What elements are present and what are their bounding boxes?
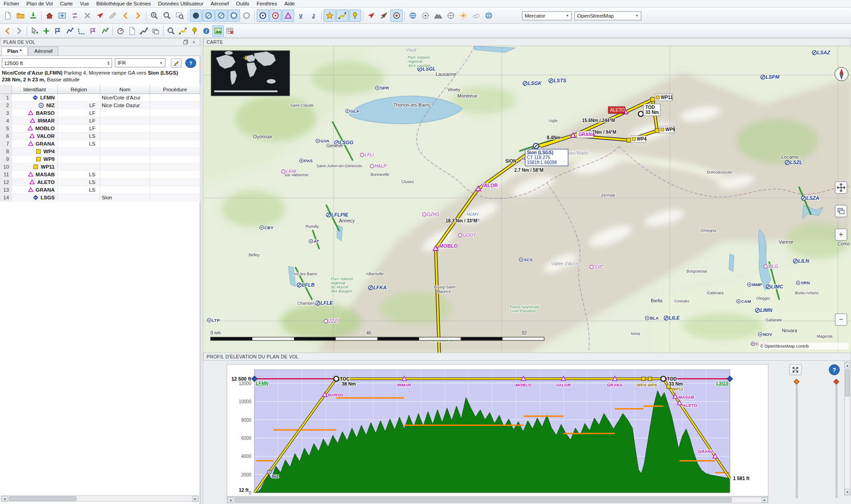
map-label[interactable]: Locarno (781, 154, 799, 160)
new-flight-plan-button[interactable] (2, 9, 14, 22)
map-label[interactable]: Busto Arsizio (795, 291, 818, 295)
toggle-ndb-button[interactable] (269, 9, 282, 22)
toggle-highlights-button[interactable] (324, 9, 336, 22)
menu-vue[interactable]: Vue (76, 0, 93, 7)
map-label[interactable]: LILN (798, 258, 809, 264)
zoom-in-button[interactable] (148, 9, 160, 22)
map-label[interactable]: Annecy (339, 218, 355, 223)
vor-icon[interactable] (300, 159, 303, 163)
map-zoom-out-button[interactable]: − (835, 314, 847, 325)
menu-donnees-utilisateur[interactable]: Données Utilisateur (155, 0, 207, 7)
toggle-airports-empty-button[interactable] (215, 9, 227, 22)
airport-minor-icon[interactable] (360, 153, 364, 157)
vor-icon[interactable] (751, 342, 755, 346)
map-label[interactable]: Vaud (406, 47, 416, 52)
map-label[interactable]: Como (837, 241, 850, 246)
toggle-sun-shading-button[interactable] (457, 9, 470, 22)
userpoint-symbol[interactable] (627, 138, 631, 142)
center-flight-plan-button[interactable] (56, 9, 68, 22)
map-label[interactable]: Saint-Julien-en-Genevois (316, 164, 362, 168)
map-label[interactable]: LSTS (554, 78, 567, 83)
scroll-left-icon[interactable]: ◄ (227, 497, 234, 503)
map-label[interactable]: LSPM (766, 74, 780, 80)
vor-icon[interactable] (376, 86, 379, 90)
airport-minor-icon[interactable] (423, 213, 426, 217)
undo-button[interactable] (119, 9, 132, 22)
menu-plan-de-vol[interactable]: Plan de Vol (23, 0, 56, 7)
cruise-altitude-input[interactable]: 12500 ft ▲▼ (2, 58, 112, 68)
airport-minor-icon[interactable] (370, 165, 374, 168)
map-home-button[interactable] (43, 9, 56, 22)
airport-minor-icon[interactable] (764, 265, 767, 268)
airport-icon[interactable] (326, 213, 330, 217)
map-label[interactable]: DZHS (427, 212, 440, 217)
airport-symbol[interactable] (533, 143, 539, 149)
elevation-profile-canvas[interactable]: 12 500 ft120001000080006000400020000LFMN… (203, 361, 851, 504)
airport-minor-icon[interactable] (590, 265, 593, 269)
map-label[interactable]: Oyonnax (253, 134, 273, 139)
save-flight-plan-button[interactable] (27, 9, 39, 22)
scroll-down-icon[interactable]: ▼ (845, 489, 850, 495)
vor-icon[interactable] (346, 109, 349, 113)
map-label[interactable]: Cossato (674, 299, 689, 303)
toggle-vor-button[interactable] (257, 9, 269, 22)
map-label[interactable]: VALOR (481, 183, 498, 188)
vor-icon[interactable] (748, 283, 751, 287)
flight-plan-row-BARSO[interactable]: 3BARSOLF (0, 109, 200, 117)
menu-outils[interactable]: Outils (232, 0, 253, 7)
map-label[interactable]: SION (505, 159, 516, 164)
map-label[interactable]: Novara (782, 328, 797, 333)
zoom-out-button[interactable] (161, 9, 173, 22)
show-arrival-procedures-button[interactable] (64, 25, 75, 37)
flight-plan-row-MOBLO[interactable]: 5MOBLOLF (0, 125, 200, 132)
zoom-rect-button[interactable] (174, 9, 186, 22)
map-label[interactable]: 15.6Nm / 244°M (582, 118, 615, 123)
map-label[interactable]: Varese (779, 239, 794, 245)
vor-icon[interactable] (309, 240, 313, 243)
toggle-airports-soft-button[interactable] (202, 9, 215, 22)
map-label-wp11[interactable]: WP11 (655, 94, 673, 101)
map-label[interactable]: LILE (669, 315, 680, 320)
toggle-seaplane-bases-button[interactable] (228, 9, 240, 22)
map-label[interactable]: Vevey (447, 87, 461, 92)
map-label[interactable]: Domodossola (707, 170, 732, 174)
map-pan-button[interactable] (835, 182, 847, 193)
close-panel-button[interactable]: × (191, 39, 197, 45)
column-header-nom[interactable]: Nom (100, 85, 150, 94)
map-label[interactable]: GOUT (463, 233, 476, 238)
airport-icon[interactable] (549, 79, 553, 83)
reset-window-layout-button[interactable] (224, 25, 235, 37)
airport-icon[interactable] (297, 283, 301, 287)
spinner-arrows-icon[interactable]: ▲▼ (107, 61, 110, 66)
profile-expand-button[interactable] (789, 364, 802, 375)
map-label[interactable]: Omegna (701, 228, 716, 233)
flight-plan-row-ALETO[interactable]: 12ALETOLS (0, 179, 200, 186)
map-canvas[interactable]: LSGLSPRGLALSGKLSTSLSPMLSAZLSGGGVAPASLFHI… (203, 46, 851, 353)
map-zoom-in-button[interactable]: + (835, 229, 847, 240)
track-options-button[interactable] (138, 25, 150, 37)
map-label[interactable]: Ivrea (631, 331, 640, 336)
map-label[interactable]: BLA (650, 316, 659, 320)
vor-icon[interactable] (207, 319, 211, 322)
column-header-identifiant[interactable]: Identifiant (12, 85, 58, 94)
map-label[interactable]: Vallée d'Aoste (551, 261, 580, 266)
airport-icon[interactable] (785, 160, 789, 165)
scroll-right-icon[interactable]: ► (762, 497, 768, 503)
float-panel-button[interactable] (183, 39, 189, 45)
userpoint-symbol[interactable] (651, 98, 655, 102)
map-label[interactable]: HCMY (467, 212, 479, 217)
center-aircraft-button[interactable] (94, 9, 106, 22)
airport-icon[interactable] (801, 196, 805, 200)
edit-plan-on-map-button[interactable] (29, 25, 40, 37)
toggle-victor-airways-button[interactable]: V (295, 9, 307, 22)
map-label[interactable]: Albertville (366, 272, 384, 276)
scroll-right-icon[interactable]: ► (192, 496, 198, 501)
map-label[interactable]: Genève (326, 143, 343, 148)
menu-fenetres[interactable]: Fenêtres (253, 0, 281, 7)
airport-icon[interactable] (761, 75, 765, 79)
map-label[interactable]: SVC (594, 264, 604, 269)
calculate-route-button[interactable] (99, 25, 111, 37)
map-label[interactable]: Chambéry (297, 301, 316, 306)
map-label[interactable]: 8.4Nm (547, 135, 560, 140)
insert-procedure-button[interactable] (88, 25, 99, 37)
